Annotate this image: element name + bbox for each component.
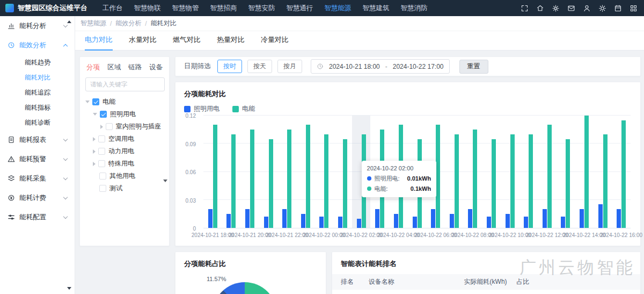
sidebar-scroll-down-icon[interactable] (67, 287, 71, 290)
tab-electric-compare[interactable]: 电力对比 (85, 35, 113, 51)
bar[interactable] (561, 217, 565, 228)
bar[interactable] (282, 209, 287, 228)
mode-day-button[interactable]: 按天 (247, 60, 272, 73)
nav-item-smart-fire[interactable]: 智慧消防 (400, 0, 429, 16)
reset-button[interactable]: 重置 (459, 60, 488, 74)
bar[interactable] (226, 214, 231, 228)
bar-group[interactable] (277, 116, 296, 228)
bar[interactable] (287, 130, 291, 228)
mode-month-button[interactable]: 按月 (277, 60, 302, 73)
nav-item-smart-property[interactable]: 智慧物管 (171, 0, 200, 16)
nav-item-smart-iot[interactable]: 智慧物联 (133, 0, 162, 16)
bar[interactable] (473, 130, 477, 228)
sidebar-item-energy-report[interactable]: 能耗报表 (0, 130, 75, 149)
bar[interactable] (510, 134, 515, 228)
tree-search-input[interactable] (85, 77, 165, 91)
checkbox-checked[interactable] (100, 111, 107, 118)
brand[interactable]: 智慧园区综合运维平台 (5, 3, 87, 13)
bar[interactable] (413, 217, 417, 228)
sun-icon[interactable] (598, 4, 606, 12)
tree-tab-region[interactable]: 区域 (107, 63, 121, 72)
table-row[interactable]: 1 单项电能总表 2.06 86.92% (332, 290, 640, 294)
bar-group[interactable] (259, 116, 278, 228)
tree-node-hvac[interactable]: 空调用电 (80, 133, 169, 145)
tree-node-other[interactable]: 其他用电 (80, 170, 169, 182)
bar[interactable] (506, 214, 510, 228)
bar[interactable] (231, 134, 236, 228)
sidebar-item-energy-config[interactable]: 能耗配置 (0, 207, 75, 227)
tree-node-power[interactable]: 动力用电 (80, 145, 169, 157)
bar[interactable] (245, 209, 250, 228)
bar[interactable] (375, 209, 379, 228)
bar-group[interactable] (594, 116, 612, 228)
bar[interactable] (208, 209, 213, 228)
bar-group[interactable] (445, 116, 464, 228)
calendar-icon[interactable] (613, 4, 622, 12)
fullscreen-icon[interactable] (520, 4, 529, 12)
sidebar-item-energy-collection[interactable]: 能耗采集 (0, 169, 75, 188)
nav-item-smart-leasing[interactable]: 智慧招商 (209, 0, 238, 16)
caret-right-icon[interactable] (93, 149, 96, 154)
bar[interactable] (338, 217, 342, 228)
bar[interactable] (603, 134, 608, 228)
caret-right-icon[interactable] (100, 125, 103, 129)
caret-down-icon[interactable] (93, 113, 97, 116)
mode-hour-button[interactable]: 按时 (217, 60, 242, 73)
tree-tab-device[interactable]: 设备 (149, 63, 163, 72)
caret-right-icon[interactable] (93, 137, 96, 141)
bar[interactable] (543, 209, 547, 228)
sidebar-subitem-energy-trace[interactable]: 能耗追踪 (0, 85, 75, 100)
sidebar-item-energy-billing[interactable]: 能耗计费 (0, 188, 75, 207)
bar[interactable] (455, 134, 459, 228)
breadcrumb-item[interactable]: 智慧能源 (80, 19, 106, 28)
sidebar-subitem-energy-diagnosis[interactable]: 能耗诊断 (0, 115, 75, 130)
grid-icon[interactable] (629, 4, 638, 12)
bar[interactable] (357, 219, 361, 228)
bar-group[interactable] (538, 116, 557, 228)
tree-node-test[interactable]: 测试 (80, 182, 169, 195)
bar[interactable] (547, 125, 552, 228)
tree-node-lighting[interactable]: 照明用电 (80, 108, 169, 120)
nav-item-workbench[interactable]: 工作台 (101, 0, 124, 16)
checkbox-unchecked[interactable] (99, 185, 106, 192)
bar[interactable] (492, 139, 496, 228)
bar-group[interactable] (575, 116, 594, 228)
caret-right-icon[interactable] (93, 162, 96, 166)
bar[interactable] (436, 125, 440, 228)
tab-cooling-compare[interactable]: 冷量对比 (261, 35, 289, 51)
bar[interactable] (566, 139, 570, 228)
sidebar-subitem-energy-trend[interactable]: 能耗趋势 (0, 55, 75, 70)
bar[interactable] (394, 214, 398, 228)
checkbox-unchecked[interactable] (98, 135, 105, 142)
nav-item-smart-access[interactable]: 智慧通行 (286, 0, 314, 16)
tab-heat-compare[interactable]: 热量对比 (217, 35, 245, 51)
bar-group[interactable] (333, 116, 352, 228)
checkbox-unchecked[interactable] (106, 123, 113, 130)
nav-item-smart-building[interactable]: 智慧建筑 (362, 0, 391, 16)
sidebar-item-efficiency-analysis[interactable]: 能效分析 (0, 35, 75, 55)
bar[interactable] (584, 116, 589, 228)
checkbox-unchecked[interactable] (98, 148, 105, 155)
bar[interactable] (319, 217, 324, 228)
sidebar-item-energy-analysis[interactable]: 能耗分析 (0, 16, 75, 35)
bar-group[interactable] (501, 116, 519, 228)
tree-tab-link[interactable]: 链路 (128, 63, 142, 72)
bar[interactable] (264, 217, 268, 228)
tab-water-compare[interactable]: 水量对比 (129, 35, 157, 51)
bar[interactable] (343, 139, 347, 228)
bar-group[interactable] (557, 116, 575, 228)
sidebar-item-energy-alert[interactable]: 能耗预警 (0, 149, 75, 169)
bar[interactable] (487, 217, 491, 228)
legend-item-electric[interactable]: 电能 (232, 104, 255, 113)
bar[interactable] (213, 125, 217, 228)
bar-group[interactable] (482, 116, 501, 228)
tree-tab-category[interactable]: 分项 (86, 63, 100, 72)
bar[interactable] (306, 125, 310, 228)
bar-group[interactable] (519, 116, 538, 228)
bar[interactable] (580, 209, 584, 228)
tree-node-indoor-lighting[interactable]: 室内照明与插座 (80, 120, 169, 133)
bar[interactable] (617, 209, 621, 228)
bar-group[interactable] (612, 116, 631, 228)
legend-item-lighting[interactable]: 照明用电 (184, 104, 219, 113)
sidebar-subitem-energy-indicator[interactable]: 能耗指标 (0, 100, 75, 115)
